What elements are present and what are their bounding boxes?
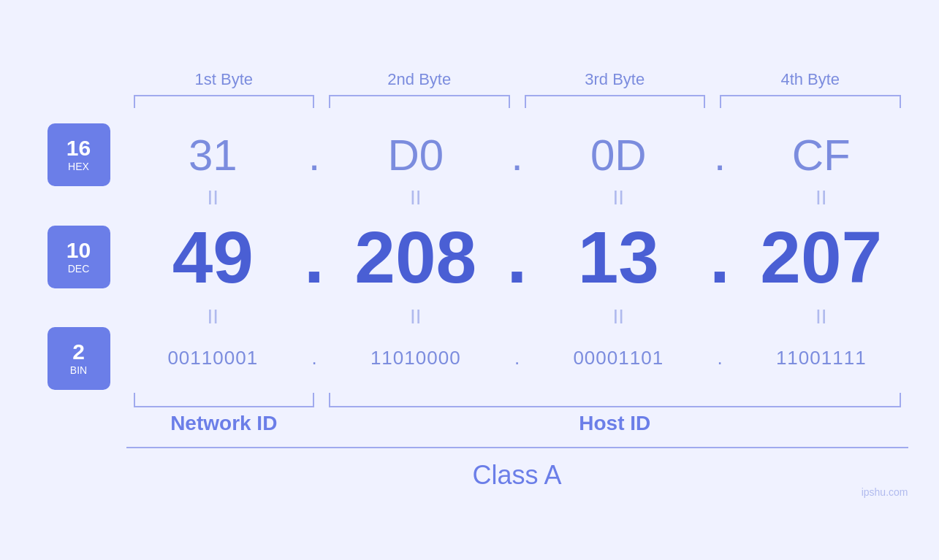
byte2-header: 2nd Byte [322,70,517,89]
eq6: II [329,307,503,327]
dec-badge-label: DEC [68,263,90,275]
equals-row-1: II II II II [31,188,908,208]
hex-val-1: 31 [126,123,300,188]
id-labels-row: Network ID Host ID [31,412,908,435]
bin-dot-3: . [705,347,734,369]
dec-val-3: 13 [532,208,706,307]
bin-dot-1: . [300,347,329,369]
bin-val-4: 11001111 [734,340,908,377]
hex-badge-num: 16 [66,137,91,159]
dec-badge-num: 10 [66,239,91,261]
bin-val-3: 00001101 [532,340,706,377]
hex-dot-2: . [503,130,532,180]
byte3-header: 3rd Byte [517,70,713,89]
byte1-header: 1st Byte [126,70,322,89]
hex-dot-3: . [705,130,734,180]
hex-val-2: D0 [329,123,503,188]
dec-val-2: 208 [329,208,503,307]
equals-row-2: II II II II [31,307,908,327]
eq7: II [532,307,706,327]
main-container: 1st Byte 2nd Byte 3rd Byte 4th Byte [31,70,908,491]
dec-dot-1: . [300,215,329,299]
bin-badge: 2 BIN [47,327,110,390]
class-section: Class A [126,447,908,491]
dec-val-1: 49 [126,208,300,307]
network-id-label: Network ID [126,412,322,435]
dec-dot-3: . [705,215,734,299]
byte4-header: 4th Byte [712,70,908,89]
dec-val-4: 207 [734,208,908,307]
dec-dot-2: . [503,215,532,299]
hex-val-4: CF [734,123,908,188]
top-brackets [31,95,908,108]
eq5: II [126,307,300,327]
eq2: II [329,188,503,208]
hex-val-3: 0D [532,123,706,188]
hex-row: 16 HEX 31 . D0 . 0D . CF [31,123,908,188]
bin-badge-num: 2 [72,341,85,363]
watermark: ipshu.com [862,486,908,498]
bin-row: 2 BIN 00110001 . 11010000 . 00001101 . 1… [31,327,908,390]
eq3: II [532,188,706,208]
dec-badge: 10 DEC [47,226,110,288]
hex-badge: 16 HEX [47,123,110,186]
eq8: II [734,307,908,327]
hex-dot-1: . [300,130,329,180]
bin-badge-label: BIN [70,364,87,376]
host-id-label: Host ID [322,412,908,435]
byte-headers: 1st Byte 2nd Byte 3rd Byte 4th Byte [31,70,908,89]
bin-dot-2: . [503,347,532,369]
eq4: II [734,188,908,208]
dec-row: 10 DEC 49 . 208 . 13 . 207 [31,208,908,307]
bottom-brackets [31,393,908,407]
hex-badge-label: HEX [68,161,89,172]
eq1: II [126,188,300,208]
bin-val-1: 00110001 [126,340,300,377]
class-label: Class A [472,460,561,490]
bin-val-2: 11010000 [329,340,503,377]
